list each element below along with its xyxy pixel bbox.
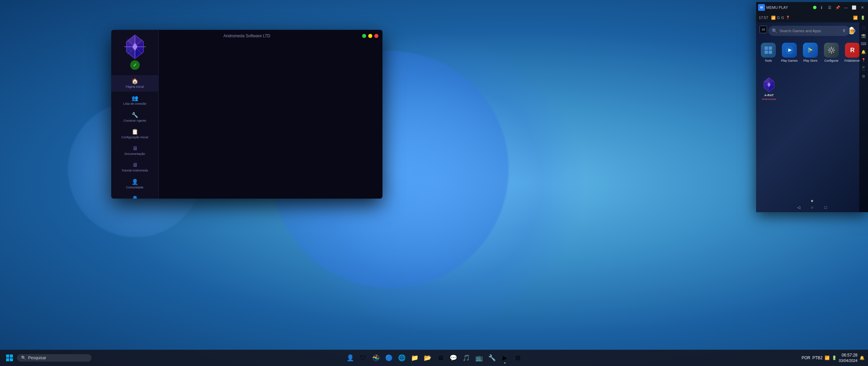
memu-statusbar: 17:57 📶 G G 📍 📶 🔋 <box>756 13 868 22</box>
memu-close-btn[interactable]: ✕ <box>859 4 866 11</box>
tray-kb: PTB2 <box>812 355 823 360</box>
memu-side-btn-3[interactable]: ⌨ <box>860 40 867 47</box>
memu-side-btn-7[interactable]: ⚙ <box>860 73 867 80</box>
memu-arat-app[interactable]: A-RAT Andromeda <box>761 77 777 101</box>
taskbar-app-10[interactable]: 🎵 <box>460 352 472 364</box>
sidebar-label-documentacao: Documentação <box>124 152 145 156</box>
memu-info-btn[interactable]: ℹ <box>818 4 825 11</box>
memu-search-placeholder: Search Games and Apps <box>780 29 840 33</box>
taskbar-app-5[interactable]: 🌐 <box>396 352 408 364</box>
taskbar-app-memu[interactable]: ▶ <box>499 352 511 364</box>
tutorial-icon: 🖥 <box>132 162 138 168</box>
play-games-label: Play Games <box>781 59 797 62</box>
sidebar-item-lista-conexao[interactable]: 👥 Lista de conexão <box>111 92 158 108</box>
memu-side-btn-5[interactable]: 📍 <box>860 56 867 64</box>
taskbar-date: 03/04/2024 <box>839 358 857 363</box>
taskbar: 🔍 Pesquisar 👤 🛡 🔵 🌐 📁 📂 🖥 💬 <box>0 350 868 366</box>
taskbar-time: 06:57:28 <box>839 352 857 358</box>
sidebar-item-sobre-andromeda[interactable]: 👤 Sobre Andromeda <box>111 193 158 199</box>
arat-main-content <box>159 30 382 199</box>
memu-search-bar[interactable]: 🔍 Search Games and Apps 🎙 <box>768 26 850 36</box>
tools-label: Tools <box>765 59 772 62</box>
app-configurar[interactable]: Configurar <box>823 43 840 62</box>
memu-status-icon-3: G <box>781 16 784 20</box>
svg-point-20 <box>830 49 833 52</box>
taskbar-right: POR PTB2 📶 🔋 06:57:28 03/04/2024 🔔 <box>802 352 865 363</box>
tools-icon <box>761 43 776 58</box>
sidebar-label-tutorial-andromeda: Tutorial Andromeda <box>121 169 148 172</box>
recent-button[interactable]: □ <box>822 204 829 211</box>
taskbar-app-12[interactable]: 🔧 <box>486 352 498 364</box>
taskbar-app-user[interactable]: 👤 <box>344 352 356 364</box>
sidebar-label-construir-agente: Construir Agente <box>123 119 146 123</box>
taskbar-app-7[interactable]: 📂 <box>421 352 434 364</box>
back-button[interactable]: ◁ <box>795 204 802 211</box>
play-store-label: Play Store <box>803 59 817 62</box>
memu-status-icon-4: 📍 <box>786 16 790 20</box>
memu-maximize-btn[interactable]: ⬜ <box>850 4 858 11</box>
close-button[interactable] <box>374 34 378 38</box>
taskbar-app-chrome[interactable] <box>370 352 382 364</box>
search-placeholder: Pesquisar <box>28 355 46 360</box>
tray-notifications[interactable]: 🔔 <box>860 355 865 360</box>
taskbar-app-13[interactable]: ⊞ <box>512 352 524 364</box>
taskbar-app-shield[interactable]: 🛡 <box>357 352 369 364</box>
fullscreen-button[interactable] <box>368 34 372 38</box>
config-icon: 📋 <box>132 128 138 135</box>
taskbar-app-4[interactable]: 🔵 <box>383 352 395 364</box>
home-button[interactable]: ○ <box>809 204 815 211</box>
memu-side-btn-4[interactable]: 🔔 <box>860 48 867 56</box>
sidebar-item-documentacao[interactable]: 🖥 Documentação <box>111 143 158 159</box>
taskbar-search[interactable]: 🔍 Pesquisar <box>17 354 92 362</box>
svg-rect-15 <box>765 50 768 54</box>
memu-title: MEMU PLAY <box>766 5 812 9</box>
memu-arat-logo-svg <box>761 77 777 93</box>
svg-rect-30 <box>10 354 13 358</box>
start-button[interactable] <box>3 352 16 364</box>
sidebar-item-comunidade[interactable]: 👤 Comunidade <box>111 176 158 192</box>
memu-window-controls: ℹ ☰ 📌 — ⬜ ✕ <box>818 4 866 11</box>
taskbar-left: 🔍 Pesquisar <box>3 352 92 364</box>
arat-titlebar: Andromeda Software LTD <box>111 30 382 42</box>
memu-menu-btn[interactable]: ☰ <box>826 4 833 11</box>
tray-battery: 🔋 <box>832 355 837 360</box>
page-indicator-dot <box>811 200 813 202</box>
app-play-games[interactable]: Play Games <box>781 43 798 62</box>
taskbar-app-9[interactable]: 💬 <box>447 352 459 364</box>
system-tray: POR PTB2 📶 🔋 06:57:28 03/04/2024 🔔 <box>802 352 865 363</box>
play-store-icon <box>803 43 818 58</box>
sidebar-label-comunidade: Comunidade <box>126 186 143 189</box>
docs-icon: 🖥 <box>132 145 138 151</box>
svg-rect-32 <box>10 358 13 361</box>
taskbar-app-6[interactable]: 📁 <box>409 352 421 364</box>
connected-badge <box>130 60 140 70</box>
play-games-icon <box>782 43 797 58</box>
memu-status-icons: 📶 G G 📍 <box>771 16 790 20</box>
memu-wifi-icon: 📶 <box>853 16 858 20</box>
memu-side-btn-6[interactable]: 📱 <box>860 64 867 72</box>
build-icon: 🔧 <box>132 112 138 118</box>
sidebar-item-pagina-inicial[interactable]: 🏠 Página Inicial <box>111 75 158 92</box>
taskbar-center: 👤 🛡 🔵 🌐 📁 📂 🖥 💬 🎵 📺 🔧 ▶ ⊞ <box>344 352 524 364</box>
app-frida-server[interactable]: R FridaServer <box>844 43 861 62</box>
memu-bottom-nav: ◁ ○ □ <box>795 204 829 211</box>
memu-logo: M <box>758 4 765 11</box>
memu-search-icon: 🔍 <box>772 28 777 34</box>
configurar-icon <box>824 43 839 58</box>
frida-icon: R <box>845 43 860 58</box>
memu-side-btn-1[interactable]: ⬚ <box>860 24 867 31</box>
memu-right-sidebar: ⬚ 📸 ⌨ 🔔 📍 📱 ⚙ <box>859 22 868 212</box>
taskbar-app-11[interactable]: 📺 <box>473 352 485 364</box>
taskbar-clock[interactable]: 06:57:28 03/04/2024 <box>839 352 857 363</box>
sidebar-item-tutorial-andromeda[interactable]: 🖥 Tutorial Andromeda <box>111 159 158 175</box>
memu-pin-btn[interactable]: 📌 <box>834 4 842 11</box>
taskbar-app-8[interactable]: 🖥 <box>434 352 447 364</box>
memu-side-btn-2[interactable]: 📸 <box>860 32 867 39</box>
memu-minimize-btn[interactable]: — <box>842 4 850 11</box>
minimize-button[interactable] <box>362 34 366 38</box>
sidebar-item-construir-agente[interactable]: 🔧 Construir Agente <box>111 109 158 125</box>
configurar-label: Configurar <box>824 59 839 62</box>
sidebar-item-configuracao-inicial[interactable]: 📋 Configuração Inicial <box>111 126 158 142</box>
app-tools[interactable]: Tools <box>760 43 777 62</box>
app-play-store[interactable]: Play Store <box>802 43 819 62</box>
